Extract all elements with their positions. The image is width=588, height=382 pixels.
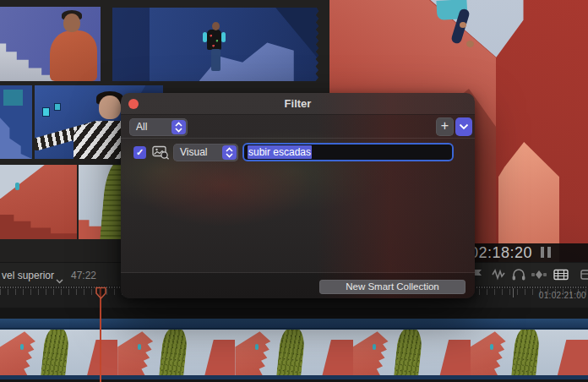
clip-frame <box>471 330 588 375</box>
clip-frame <box>117 330 235 375</box>
clip-thumbnail-red-shirt-stairs[interactable] <box>0 7 101 81</box>
filter-dialog: Filter All + ✓ Visual subir escadas <box>121 93 475 298</box>
timeline-clip[interactable] <box>0 319 588 379</box>
art-person-shirt <box>207 30 221 50</box>
add-rule-menu-button[interactable] <box>455 117 472 136</box>
ruler-timecode-label: 01:02:21:00 <box>539 291 586 300</box>
final-cut-pro-window: 02:18:20 vel superior 47:22 <box>0 0 588 382</box>
clip-thumbnail-red-building-person[interactable] <box>0 165 77 239</box>
art-person-hand <box>460 22 466 28</box>
art-teal-patch <box>3 90 23 106</box>
art-stairs <box>0 30 56 81</box>
rule-enabled-checkbox[interactable]: ✓ <box>133 146 146 159</box>
transition-icon[interactable] <box>531 268 547 281</box>
clip-bottom-band <box>0 375 588 379</box>
timeline-project-label[interactable]: vel superior <box>2 270 54 281</box>
art-person-head <box>212 22 220 30</box>
clip-thumbnail-floral-shirt-blue-steps[interactable] <box>112 8 318 81</box>
art-sky <box>0 165 45 199</box>
pause-icon <box>547 247 551 258</box>
filmstrip-icon[interactable] <box>553 268 569 281</box>
clip-top-band <box>0 319 588 329</box>
timeline-duration: 47:22 <box>71 270 96 281</box>
headphones-icon[interactable] <box>510 268 527 281</box>
art-person-jeans <box>211 49 220 71</box>
art-person-torso <box>50 30 97 81</box>
dialog-titlebar[interactable]: Filter <box>121 93 475 115</box>
art-screen <box>42 107 50 117</box>
index-icon[interactable] <box>580 268 588 281</box>
stepper-chevrons-icon <box>172 120 186 134</box>
art-person-figure <box>15 183 19 190</box>
visual-search-icon <box>152 145 170 160</box>
add-rule-button[interactable]: + <box>436 117 454 136</box>
timeline-track <box>0 308 588 382</box>
rule-type-dropdown[interactable]: Visual <box>173 144 238 161</box>
art-person-arm <box>221 32 226 42</box>
playhead-marker[interactable] <box>95 286 107 303</box>
art-person-hand <box>466 41 474 47</box>
clip-thumbnail-blue-stairs[interactable] <box>0 85 32 159</box>
selected-search-text: subir escadas <box>248 145 312 159</box>
rule-type-value: Visual <box>180 146 207 158</box>
scope-dropdown[interactable]: All <box>129 118 188 136</box>
art-shade <box>112 8 150 81</box>
dialog-title: Filter <box>121 97 475 110</box>
clip-filmstrip <box>0 330 588 375</box>
stepper-chevrons-icon <box>222 145 237 160</box>
new-smart-collection-button[interactable]: New Smart Collection <box>319 280 466 294</box>
dialog-footer: New Smart Collection <box>121 273 475 298</box>
clip-frame <box>353 330 471 375</box>
art-stairs <box>0 107 32 159</box>
audio-meters-icon[interactable] <box>490 268 507 281</box>
timecode-display: 02:18:20 <box>470 244 532 262</box>
art-person-head <box>63 14 80 32</box>
art-screen <box>54 103 61 111</box>
ruler-major-tick <box>513 288 514 297</box>
divider <box>121 138 475 139</box>
art-red-steps <box>0 199 77 239</box>
search-text-field[interactable]: subir escadas <box>242 143 454 161</box>
clip-frame <box>235 330 352 375</box>
pause-icon <box>541 247 544 258</box>
art-person-head <box>99 96 121 119</box>
scope-dropdown-value: All <box>136 121 147 133</box>
